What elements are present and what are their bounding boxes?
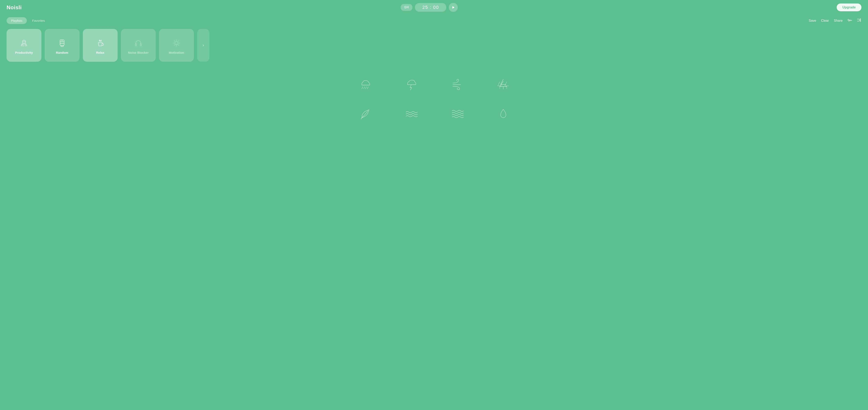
shuffle-icon-button[interactable]: [857, 18, 862, 23]
sound-rain[interactable]: [342, 70, 388, 99]
random-icon: [57, 38, 67, 48]
svg-line-20: [362, 87, 363, 89]
svg-point-11: [175, 41, 178, 45]
sound-water[interactable]: [434, 99, 480, 128]
app-logo: Noisli: [6, 4, 22, 11]
svg-rect-9: [135, 44, 136, 46]
header: Noisli 0/4 25 : 00 Upgrade: [0, 0, 868, 15]
clear-button[interactable]: Clear: [821, 19, 829, 23]
sound-wind[interactable]: [434, 70, 480, 99]
svg-rect-7: [61, 46, 63, 47]
sounds-section: [0, 66, 868, 128]
motivation-label: Motivation: [169, 51, 184, 54]
drop-icon: [496, 107, 510, 121]
motivation-icon: [172, 38, 181, 48]
svg-point-2: [23, 41, 24, 42]
playlist-card-random[interactable]: Random: [45, 29, 80, 62]
waves-icon: [404, 107, 418, 121]
share-button[interactable]: Share: [834, 19, 843, 23]
shuffle-icon: [857, 18, 862, 22]
play-button[interactable]: [449, 3, 458, 12]
svg-rect-10: [140, 44, 142, 46]
sound-thunder[interactable]: [388, 70, 434, 99]
playlists-row: Productivity Random Relax: [0, 26, 868, 66]
chevron-right-icon: ›: [203, 42, 204, 48]
playlist-card-noise-blocker[interactable]: Noise Blocker: [121, 29, 156, 62]
noise-blocker-icon: [133, 38, 143, 48]
svg-line-17: [178, 45, 179, 45]
productivity-icon: [19, 38, 29, 48]
sounds-grid: [342, 70, 526, 128]
svg-marker-0: [453, 6, 455, 9]
tab-playlists[interactable]: Playlists: [6, 17, 27, 24]
save-button[interactable]: Save: [809, 19, 816, 23]
nav-bar: Playlists Favorites Save Clear Share: [0, 15, 868, 26]
svg-line-16: [174, 40, 175, 41]
water-icon: [450, 107, 464, 121]
waveform-icon-button[interactable]: [847, 18, 852, 23]
tab-favorites[interactable]: Favorites: [28, 17, 50, 24]
svg-line-21: [364, 87, 365, 89]
svg-point-3: [24, 41, 25, 42]
svg-line-23: [367, 87, 368, 89]
svg-point-1: [22, 40, 26, 43]
svg-line-18: [178, 40, 179, 41]
wind-icon: [450, 77, 464, 92]
forest-icon: [496, 77, 510, 92]
productivity-label: Productivity: [15, 51, 33, 54]
random-label: Random: [56, 51, 68, 54]
sound-waves[interactable]: [388, 99, 434, 128]
header-center: 0/4 25 : 00: [401, 3, 458, 12]
playlist-card-relax[interactable]: Relax: [83, 29, 118, 62]
sound-leaf[interactable]: [342, 99, 388, 128]
svg-rect-4: [60, 40, 64, 46]
play-icon: [452, 6, 455, 9]
svg-line-22: [366, 87, 366, 89]
svg-line-19: [174, 45, 175, 45]
playlist-card-motivation[interactable]: Motivation: [159, 29, 194, 62]
nav-tabs: Playlists Favorites: [6, 17, 50, 24]
leaf-icon: [358, 107, 372, 121]
timer-display: 25 : 00: [415, 3, 446, 12]
sound-drop[interactable]: [480, 99, 526, 128]
upgrade-button[interactable]: Upgrade: [837, 3, 862, 11]
sound-forest[interactable]: [480, 70, 526, 99]
nav-actions: Save Clear Share: [809, 18, 862, 23]
playlist-card-productivity[interactable]: Productivity: [6, 29, 41, 62]
rain-icon: [358, 77, 372, 92]
relax-label: Relax: [96, 51, 104, 54]
thunder-icon: [404, 77, 418, 92]
waveform-icon: [847, 19, 852, 22]
relax-icon: [95, 38, 105, 48]
timer-counter: 0/4: [401, 4, 412, 11]
playlists-next-button[interactable]: ›: [197, 29, 209, 62]
noise-blocker-label: Noise Blocker: [128, 51, 149, 54]
